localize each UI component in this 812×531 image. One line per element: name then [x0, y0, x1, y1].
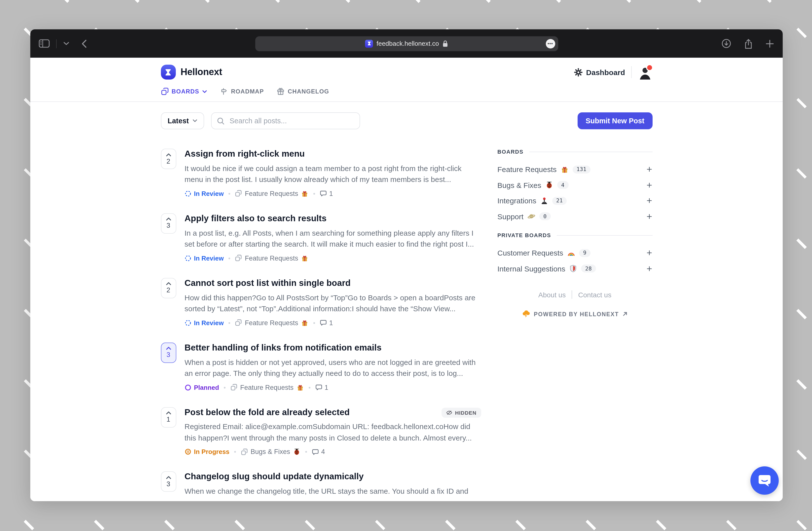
planet-emoji-icon	[527, 212, 535, 221]
submit-new-post-button[interactable]: Submit New Post	[578, 112, 652, 129]
user-avatar[interactable]	[637, 65, 652, 80]
tab-changelog[interactable]: CHANGELOG	[277, 87, 329, 96]
in-review-icon	[185, 255, 191, 262]
status-badge: In Progress	[185, 448, 230, 456]
post-list: 2 Assign from right-click menu It would …	[161, 149, 481, 501]
post-title[interactable]: Changelog slug should update dynamically	[185, 472, 481, 483]
add-post-icon[interactable]	[646, 266, 652, 272]
dot-separator: •	[313, 319, 315, 326]
add-post-icon[interactable]	[646, 166, 652, 173]
board-chip: Feature Requests	[235, 319, 309, 326]
gift-emoji-icon	[561, 166, 568, 173]
post-meta: In Review • Feature Requests	[185, 254, 481, 262]
url-bar[interactable]: feedback.hellonext.co •••	[255, 36, 558, 51]
private-boards-heading-label: PRIVATE BOARDS	[497, 232, 551, 238]
add-post-icon[interactable]	[646, 213, 652, 220]
vote-count: 3	[166, 222, 170, 229]
post-row[interactable]: 3 Apply filters also to search results I…	[161, 213, 481, 262]
dot-separator: •	[234, 448, 236, 456]
sidebar-item-internal-suggestions[interactable]: Internal Suggestions 28	[497, 261, 652, 277]
status-badge: In Review	[185, 190, 224, 197]
titlebar-divider	[56, 39, 57, 48]
add-post-icon[interactable]	[646, 250, 652, 256]
boards-icon	[161, 87, 169, 96]
post-row[interactable]: 3 Better handling of links from notifica…	[161, 342, 481, 391]
board-name: Bugs & Fixes	[497, 181, 541, 190]
changelog-gift-icon	[277, 87, 285, 96]
chevron-up-icon	[165, 153, 171, 156]
comment-icon	[320, 190, 327, 197]
header-divider	[631, 66, 632, 78]
tab-boards-label: BOARDS	[172, 88, 199, 95]
upvote-button[interactable]: 2	[161, 278, 176, 298]
cloud-lightning-icon	[522, 310, 531, 318]
planned-icon	[185, 384, 191, 391]
page-header: Hellonext	[161, 58, 652, 81]
status-badge: Planned	[185, 383, 219, 391]
gift-emoji-icon	[296, 383, 304, 391]
eye-off-icon	[446, 410, 452, 415]
comment-count: 4	[311, 448, 325, 456]
add-post-icon[interactable]	[646, 198, 652, 204]
post-row[interactable]: 2 Assign from right-click menu It would …	[161, 149, 481, 197]
post-title[interactable]: Cannot sort post list within single boar…	[185, 278, 481, 289]
vote-count: 2	[166, 157, 170, 165]
board-chip: Feature Requests	[235, 254, 309, 262]
comment-count: 1	[320, 319, 333, 326]
dot-separator: •	[305, 448, 307, 456]
board-count: 0	[539, 212, 551, 221]
add-post-icon[interactable]	[646, 182, 652, 188]
sidebar-item-feature-requests[interactable]: Feature Requests 131	[497, 162, 652, 177]
shield-emoji-icon	[569, 265, 577, 273]
downloads-icon[interactable]	[721, 38, 731, 49]
dashboard-link[interactable]: Dashboard	[574, 68, 625, 76]
sidebar-item-bugs-fixes[interactable]: Bugs & Fixes 4	[497, 177, 652, 193]
tab-changelog-label: CHANGELOG	[288, 88, 329, 95]
board-name: Customer Requests	[497, 249, 563, 257]
sidebar-toggle-icon[interactable]	[39, 39, 50, 48]
chat-launcher-button[interactable]	[750, 466, 779, 495]
chevron-down-icon[interactable]	[63, 41, 70, 46]
upvote-button[interactable]: 2	[161, 149, 176, 169]
url-text: feedback.hellonext.co	[376, 40, 439, 47]
contact-us-link[interactable]: Contact us	[572, 291, 617, 298]
sidebar-item-integrations[interactable]: Integrations 21	[497, 193, 652, 209]
about-us-link[interactable]: About us	[532, 291, 572, 298]
tab-boards[interactable]: BOARDS	[161, 87, 207, 96]
post-excerpt: When we change the changelog title, the …	[185, 486, 481, 497]
powered-by-link[interactable]: POWERED BY HELLONEXT	[497, 310, 652, 318]
new-tab-icon[interactable]	[765, 39, 774, 48]
gift-emoji-icon	[301, 190, 309, 197]
board-count: 28	[581, 265, 596, 273]
post-row[interactable]: 2 Cannot sort post list within single bo…	[161, 278, 481, 327]
upvote-button[interactable]: 1	[161, 407, 176, 427]
sidebar-item-customer-requests[interactable]: Customer Requests 9	[497, 245, 652, 261]
gift-emoji-icon	[301, 319, 309, 326]
post-row[interactable]: 3 Changelog slug should update dynamical…	[161, 472, 481, 501]
post-meta: In Review • Feature Requests •	[185, 190, 481, 197]
brand[interactable]: Hellonext	[161, 65, 222, 80]
upvote-button[interactable]: 3	[161, 472, 176, 492]
powered-by-label: POWERED BY HELLONEXT	[534, 311, 619, 317]
post-title[interactable]: Assign from right-click menu	[185, 149, 481, 159]
post-meta: Planned • Feature Requests •	[185, 383, 481, 391]
board-icon	[235, 190, 242, 197]
sidebar-item-support[interactable]: Support 0	[497, 209, 652, 224]
back-icon[interactable]	[81, 39, 87, 48]
dot-separator: •	[308, 383, 311, 391]
post-title[interactable]: Better handling of links from notificati…	[185, 342, 481, 353]
extensions-icon[interactable]: •••	[546, 39, 555, 48]
tab-roadmap[interactable]: ROADMAP	[220, 87, 264, 96]
search-box[interactable]	[211, 112, 360, 129]
nav-strip: BOARDS ROADMAP	[30, 85, 783, 102]
share-icon[interactable]	[743, 38, 753, 49]
roadmap-icon	[220, 87, 228, 96]
upvote-button-selected[interactable]: 3	[161, 342, 176, 363]
post-title[interactable]: Apply filters also to search results	[185, 213, 481, 224]
sort-dropdown[interactable]: Latest	[161, 112, 204, 129]
upvote-button[interactable]: 3	[161, 213, 176, 234]
board-count: 131	[572, 166, 590, 173]
post-title[interactable]: Post below the fold are already selected	[185, 407, 350, 418]
post-row[interactable]: 1 Post below the fold are already select…	[161, 407, 481, 456]
search-input[interactable]	[229, 116, 354, 125]
